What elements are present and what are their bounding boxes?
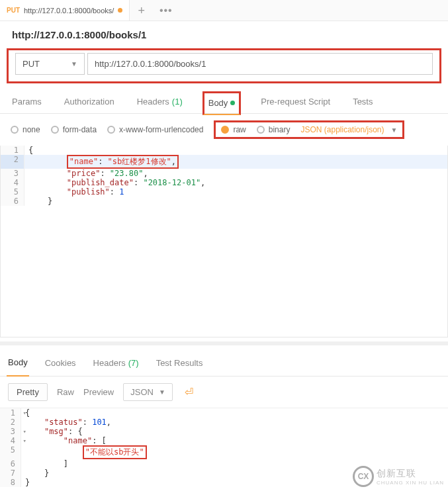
- unsaved-dot-icon: [118, 8, 122, 13]
- code: "msg": [44, 427, 68, 436]
- logo-sub: CHUANG XIN HU LIAN: [377, 480, 444, 486]
- method-value: PUT: [22, 59, 40, 69]
- tab-headers[interactable]: Headers (1): [134, 91, 185, 113]
- opt-xwww[interactable]: x-www-form-urlencoded: [107, 125, 203, 134]
- opt-binary[interactable]: binary: [257, 125, 291, 134]
- opt-formdata[interactable]: form-data: [51, 125, 97, 134]
- format-select[interactable]: JSON ▼: [123, 383, 173, 401]
- body-active-dot-icon: [230, 101, 235, 105]
- code: "name": [64, 436, 92, 445]
- opt-raw[interactable]: raw: [221, 125, 246, 134]
- opt-raw-label: raw: [233, 125, 246, 134]
- tab-headers-count: (1): [172, 97, 183, 107]
- tab-prerequest[interactable]: Pre-request Script: [258, 91, 333, 113]
- logo-name: 创新互联: [377, 468, 444, 480]
- tab-bar: PUT http://127.0.0.1:8000/books/ + •••: [0, 0, 448, 21]
- code: "name": [69, 157, 98, 166]
- response-toolbar: Pretty Raw Preview JSON ▼ ⏎: [0, 377, 448, 408]
- code: "price": [67, 169, 101, 178]
- body-raw-highlight: raw binary JSON (application/json) ▼: [214, 120, 404, 139]
- code: "publish_date": [67, 178, 134, 187]
- format-label: JSON: [130, 387, 154, 397]
- method-select[interactable]: PUT ▼: [15, 53, 85, 75]
- opt-binary-label: binary: [269, 125, 291, 134]
- add-tab-button[interactable]: +: [130, 5, 153, 17]
- code: "2018-12-01": [143, 178, 201, 187]
- code: "status": [44, 418, 83, 427]
- tab-method: PUT: [7, 7, 20, 14]
- tab-tests[interactable]: Tests: [350, 91, 375, 113]
- opt-xwww-label: x-www-form-urlencoded: [119, 125, 203, 134]
- code: "23.80": [110, 169, 144, 178]
- radio-icon: [257, 126, 265, 134]
- resp-tab-headers-label: Headers: [93, 358, 126, 368]
- fold-icon[interactable]: ▾: [23, 437, 26, 444]
- highlight-name-line: "name": "sb红楼梦1修改",: [67, 155, 179, 169]
- request-title: http://127.0.0.1:8000/books/1: [0, 21, 448, 48]
- resp-tab-headers-count: (7): [128, 358, 139, 368]
- radio-icon: [107, 126, 115, 134]
- highlight-error-msg: "不能以sb开头": [83, 445, 147, 459]
- resp-tab-tests[interactable]: Test Results: [155, 352, 204, 376]
- tab-params[interactable]: Params: [9, 91, 44, 113]
- code: }: [48, 197, 52, 206]
- tab-authorization[interactable]: Authorization: [62, 91, 117, 113]
- request-tabs: Params Authorization Headers (1) Body Pr…: [0, 87, 448, 114]
- code: }: [44, 469, 49, 478]
- opt-none[interactable]: none: [11, 125, 40, 134]
- code: 1: [119, 187, 124, 197]
- chevron-down-icon: ▼: [159, 388, 165, 396]
- code: }: [25, 478, 30, 487]
- opt-none-label: none: [22, 125, 40, 134]
- body-type-row: none form-data x-www-form-urlencoded raw…: [0, 114, 448, 146]
- tab-body-label: Body: [208, 98, 228, 108]
- wrap-lines-icon[interactable]: ⏎: [182, 386, 196, 398]
- response-area: Body Cookies Headers (7) Test Results Pr…: [0, 341, 448, 487]
- code: 101: [92, 418, 107, 427]
- tab-body[interactable]: Body: [202, 91, 242, 115]
- request-tab[interactable]: PUT http://127.0.0.1:8000/books/: [0, 0, 130, 21]
- code: "publish": [67, 187, 110, 197]
- resp-tab-body[interactable]: Body: [7, 352, 29, 377]
- view-raw-button[interactable]: Raw: [57, 384, 74, 400]
- tab-more-button[interactable]: •••: [153, 5, 179, 17]
- resp-tab-headers[interactable]: Headers (7): [92, 352, 140, 376]
- radio-icon: [51, 126, 59, 134]
- code: "sb红楼梦1修改": [108, 157, 171, 166]
- chevron-down-icon: ▼: [71, 60, 77, 67]
- code: ]: [64, 459, 68, 469]
- chevron-down-icon: ▼: [391, 126, 398, 134]
- watermark-logo: CX 创新互联 CHUANG XIN HU LIAN: [353, 466, 444, 487]
- code: "不能以sb开头": [85, 447, 144, 457]
- radio-checked-icon: [221, 126, 229, 134]
- tab-headers-label: Headers: [137, 97, 169, 107]
- view-preview-button[interactable]: Preview: [83, 384, 114, 400]
- request-line: PUT ▼ http://127.0.0.1:8000/books/1: [7, 48, 441, 83]
- content-type-select[interactable]: JSON (application/json) ▼: [300, 125, 397, 134]
- url-input[interactable]: http://127.0.0.1:8000/books/1: [87, 53, 433, 75]
- radio-icon: [11, 126, 19, 134]
- code: {: [28, 146, 33, 155]
- tab-title: http://127.0.0.1:8000/books/: [24, 7, 114, 15]
- response-tabs: Body Cookies Headers (7) Test Results: [0, 345, 448, 377]
- view-pretty-button[interactable]: Pretty: [8, 383, 48, 401]
- fold-icon[interactable]: ▾: [23, 410, 26, 416]
- fold-icon[interactable]: ▾: [23, 428, 26, 435]
- content-type-label: JSON (application/json): [300, 125, 384, 134]
- resp-tab-cookies[interactable]: Cookies: [44, 352, 77, 376]
- logo-icon: CX: [353, 466, 374, 487]
- opt-formdata-label: form-data: [63, 125, 97, 134]
- request-body-editor[interactable]: 1{ 2 "name": "sb红楼梦1修改", 3 "price": "23.…: [0, 146, 448, 337]
